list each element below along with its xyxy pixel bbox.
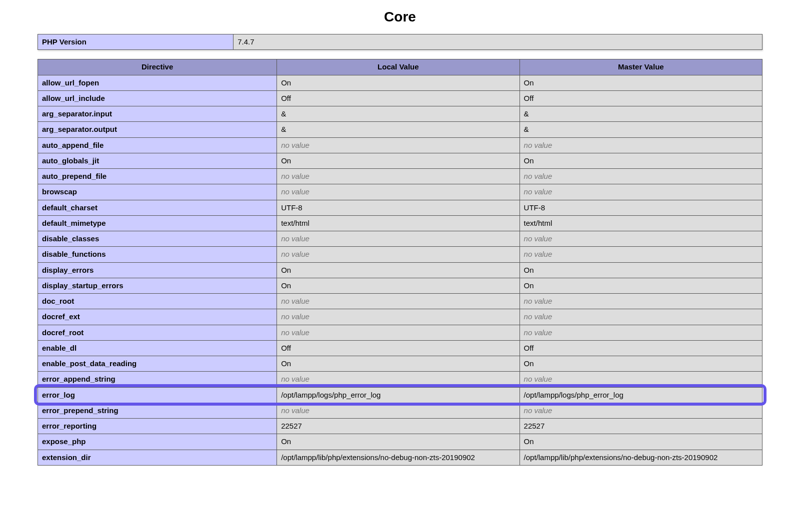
directive-row: allow_url_fopenOnOn: [38, 75, 762, 90]
directive-row: error_reporting2252722527: [38, 419, 762, 434]
php-version-value: 7.4.7: [234, 34, 762, 50]
directive-name: enable_post_data_reading: [38, 356, 277, 372]
no-value-text: no value: [281, 141, 310, 149]
php-version-row: PHP Version 7.4.7: [38, 34, 762, 50]
directive-master-value: /opt/lampp/lib/php/extensions/no-debug-n…: [520, 450, 762, 465]
directive-local-value: text/html: [277, 215, 520, 231]
directive-master-value: no value: [520, 309, 762, 325]
directive-row: doc_rootno valueno value: [38, 294, 762, 309]
directive-master-value: On: [520, 75, 762, 90]
directive-name: extension_dir: [38, 450, 277, 465]
directive-name: docref_root: [38, 325, 277, 340]
directive-master-value: On: [520, 262, 762, 278]
directive-master-value: 22527: [520, 419, 762, 434]
directive-name: auto_append_file: [38, 137, 277, 153]
no-value-text: no value: [281, 375, 310, 383]
directive-local-value: On: [277, 434, 520, 450]
directive-name: error_prepend_string: [38, 403, 277, 418]
directive-master-value: On: [520, 356, 762, 372]
directive-name: disable_functions: [38, 247, 277, 262]
directive-row: error_prepend_stringno valueno value: [38, 403, 762, 418]
no-value-text: no value: [524, 312, 552, 321]
directive-row: enable_post_data_readingOnOn: [38, 356, 762, 372]
directive-master-value: no value: [520, 247, 762, 262]
directive-local-value: On: [277, 262, 520, 278]
directive-row: default_mimetypetext/htmltext/html: [38, 215, 762, 231]
directive-row: allow_url_includeOffOff: [38, 90, 762, 106]
directive-master-value: On: [520, 153, 762, 168]
no-value-text: no value: [281, 312, 310, 321]
directive-row: default_charsetUTF-8UTF-8: [38, 200, 762, 215]
directive-local-value: Off: [277, 340, 520, 356]
header-local-value: Local Value: [277, 59, 520, 75]
directive-row: browscapno valueno value: [38, 184, 762, 200]
directive-name: default_charset: [38, 200, 277, 215]
directive-row: auto_append_fileno valueno value: [38, 137, 762, 153]
directive-name: error_reporting: [38, 419, 277, 434]
php-version-table: PHP Version 7.4.7: [38, 34, 762, 50]
directive-name: display_startup_errors: [38, 278, 277, 293]
directive-row: docref_rootno valueno value: [38, 325, 762, 340]
directive-row: docref_extno valueno value: [38, 309, 762, 325]
directive-name: allow_url_fopen: [38, 75, 277, 90]
directive-master-value: Off: [520, 340, 762, 356]
directive-row: arg_separator.output&&: [38, 122, 762, 137]
directive-local-value: &: [277, 106, 520, 122]
directive-master-value: no value: [520, 325, 762, 340]
directive-local-value: no value: [277, 325, 520, 340]
directive-local-value: Off: [277, 90, 520, 106]
no-value-text: no value: [524, 172, 552, 180]
directive-row: auto_globals_jitOnOn: [38, 153, 762, 168]
directive-row: arg_separator.input&&: [38, 106, 762, 122]
directive-master-value: On: [520, 278, 762, 293]
php-version-label: PHP Version: [38, 34, 234, 50]
directive-local-value: 22527: [277, 419, 520, 434]
no-value-text: no value: [524, 328, 552, 337]
directive-master-value: no value: [520, 137, 762, 153]
directive-name: auto_globals_jit: [38, 153, 277, 168]
directive-row: display_startup_errorsOnOn: [38, 278, 762, 293]
directive-name: auto_prepend_file: [38, 169, 277, 184]
no-value-text: no value: [524, 187, 552, 196]
directive-master-value: no value: [520, 403, 762, 418]
directive-local-value: On: [277, 278, 520, 293]
directive-name: error_append_string: [38, 372, 277, 387]
directive-name: arg_separator.input: [38, 106, 277, 122]
directive-master-value: UTF-8: [520, 200, 762, 215]
directive-row: expose_phpOnOn: [38, 434, 762, 450]
directive-name: arg_separator.output: [38, 122, 277, 137]
no-value-text: no value: [281, 172, 310, 180]
directive-master-value: no value: [520, 184, 762, 200]
directive-local-value: no value: [277, 403, 520, 418]
no-value-text: no value: [524, 297, 552, 305]
directive-row: enable_dlOffOff: [38, 340, 762, 356]
directive-name: disable_classes: [38, 231, 277, 247]
directive-local-value: On: [277, 153, 520, 168]
directive-local-value: /opt/lampp/lib/php/extensions/no-debug-n…: [277, 450, 520, 465]
directive-name: default_mimetype: [38, 215, 277, 231]
directive-local-value: no value: [277, 137, 520, 153]
directive-row: extension_dir/opt/lampp/lib/php/extensio…: [38, 450, 762, 465]
no-value-text: no value: [281, 328, 310, 337]
directive-name: expose_php: [38, 434, 277, 450]
directive-name: browscap: [38, 184, 277, 200]
directive-name: enable_dl: [38, 340, 277, 356]
directive-row: auto_prepend_fileno valueno value: [38, 169, 762, 184]
directive-row: display_errorsOnOn: [38, 262, 762, 278]
directive-master-value: no value: [520, 169, 762, 184]
directive-master-value: no value: [520, 372, 762, 387]
directive-name: doc_root: [38, 294, 277, 309]
header-master-value: Master Value: [520, 59, 762, 75]
directive-local-value: no value: [277, 231, 520, 247]
directive-row: disable_classesno valueno value: [38, 231, 762, 247]
directive-local-value: no value: [277, 169, 520, 184]
directive-row: error_log/opt/lampp/logs/php_error_log/o…: [38, 387, 762, 403]
directive-master-value: Off: [520, 90, 762, 106]
no-value-text: no value: [281, 250, 310, 258]
directive-master-value: text/html: [520, 215, 762, 231]
directive-master-value: no value: [520, 231, 762, 247]
section-title: Core: [38, 9, 762, 25]
directive-local-value: /opt/lampp/logs/php_error_log: [277, 387, 520, 403]
directive-master-value: On: [520, 434, 762, 450]
directive-master-value: &: [520, 122, 762, 137]
